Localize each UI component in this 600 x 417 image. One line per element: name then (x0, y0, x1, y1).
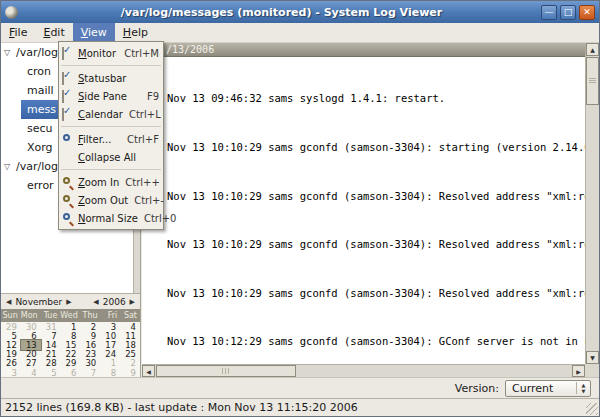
version-value: Current (506, 382, 576, 395)
prev-year-button[interactable]: ◀ (91, 298, 100, 306)
window-titlebar[interactable]: /var/log/messages (monitored) - System L… (1, 1, 599, 23)
menu-file[interactable]: File (1, 23, 35, 42)
expander-icon[interactable]: ▽ (4, 157, 10, 176)
checkbox-checked-icon: ✓ (62, 73, 74, 84)
menu-separator (61, 169, 161, 170)
horizontal-scrollbar-thumb[interactable] (156, 365, 296, 377)
menubar: File Edit View Help (1, 23, 599, 43)
zoom-out-icon (62, 195, 74, 206)
minimize-button[interactable]: — (541, 5, 557, 20)
calendar-year: 2006 (103, 297, 126, 307)
zoom-in-icon (62, 177, 74, 188)
scroll-left-icon[interactable]: ◀ (142, 365, 155, 377)
scroll-right-icon[interactable]: ▶ (572, 365, 585, 377)
combobox-spinner-icon[interactable]: ▲▼ (576, 382, 590, 394)
next-month-button[interactable]: ▶ (64, 298, 73, 306)
scroll-down-icon[interactable]: ▼ (586, 351, 599, 364)
menu-separator (61, 65, 161, 66)
normal-size-icon (62, 213, 74, 224)
calendar-widget: ◀ November ▶ ◀ 2006 ▶ SunMonTueWedThuFri… (1, 293, 140, 377)
menu-edit[interactable]: Edit (35, 23, 72, 42)
log-line[interactable]: Nov 13 10:10:29 sams gconfd (samson-3304… (167, 188, 585, 204)
menuitem-collapse-all[interactable]: Collapse All (59, 148, 163, 166)
menu-separator (61, 126, 161, 127)
log-line[interactable]: Nov 13 10:10:29 sams gconfd (samson-3304… (167, 236, 585, 252)
menu-help[interactable]: Help (115, 23, 156, 42)
scrollbar-corner (585, 364, 599, 377)
calendar-month: November (15, 297, 62, 307)
log-date-header[interactable]: /13/2006 (142, 43, 585, 57)
menuitem-zoom-out[interactable]: Zoom Out Ctrl+- (59, 191, 163, 209)
window-controls: — □ ✕ (541, 5, 595, 20)
log-line[interactable]: Nov 13 10:12:29 sams gconfd (samson-3304… (167, 333, 585, 349)
version-combobox[interactable]: Current ▲▼ (505, 380, 591, 397)
calendar-day-headers: SunMonTueWedThuFriSat (1, 309, 140, 322)
checkbox-checked-icon: ✓ (62, 48, 74, 59)
log-line[interactable]: Nov 13 09:46:32 sams syslogd 1.4.1: rest… (167, 90, 585, 106)
calendar-grid: 29 30 31 1 2 3 4 5 6 7 8 9 10 11 12 13 1 (1, 322, 140, 377)
menu-view[interactable]: View (73, 23, 115, 42)
expander-icon[interactable]: ▽ (4, 43, 10, 62)
close-button[interactable]: ✕ (579, 5, 595, 20)
log-view-pane: /13/2006 Nov 13 09:46:32 sams syslogd 1.… (142, 43, 599, 377)
menuitem-filter[interactable]: Filter... Ctrl+F (59, 130, 163, 148)
menuitem-statusbar[interactable]: ✓ Statusbar (59, 69, 163, 87)
prev-month-button[interactable]: ◀ (4, 298, 13, 306)
version-label: Version: (455, 382, 499, 395)
statusbar-text: 2152 lines (169.8 KB) - last update : Mo… (5, 401, 358, 414)
checkbox-checked-icon: ✓ (62, 91, 74, 102)
app-icon (5, 6, 18, 19)
system-log-viewer-window: /var/log/messages (monitored) - System L… (0, 0, 600, 417)
log-line[interactable]: Nov 13 10:10:29 sams gconfd (samson-3304… (167, 285, 585, 301)
menuitem-normal-size[interactable]: Normal Size Ctrl+0 (59, 209, 163, 227)
menuitem-zoom-in[interactable]: Zoom In Ctrl++ (59, 173, 163, 191)
filter-icon (62, 134, 74, 145)
menuitem-side-pane[interactable]: ✓ Side Pane F9 (59, 87, 163, 105)
menuitem-calendar[interactable]: ✓ Calendar Ctrl+L (59, 105, 163, 123)
vertical-scrollbar-thumb[interactable] (586, 57, 599, 105)
checkbox-checked-icon: ✓ (62, 109, 74, 120)
scroll-up-icon[interactable]: ▲ (586, 43, 599, 56)
version-bar: Version: Current ▲▼ (1, 377, 599, 398)
maximize-button[interactable]: □ (560, 5, 576, 20)
log-line[interactable]: Nov 13 10:10:29 sams gconfd (samson-3304… (167, 139, 585, 155)
next-year-button[interactable]: ▶ (128, 298, 137, 306)
resize-grip[interactable] (586, 403, 598, 415)
statusbar: 2152 lines (169.8 KB) - last update : Mo… (1, 398, 599, 416)
menuitem-monitor[interactable]: ✓ Monitor Ctrl+M (59, 44, 163, 62)
window-title: /var/log/messages (monitored) - System L… (22, 6, 541, 19)
log-lines: Nov 13 09:46:32 sams syslogd 1.4.1: rest… (142, 57, 585, 364)
horizontal-scrollbar[interactable]: ◀ ▶ (142, 364, 585, 377)
calendar-nav: ◀ November ▶ ◀ 2006 ▶ (1, 294, 140, 309)
view-menu-popup: ✓ Monitor Ctrl+M ✓ Statusbar ✓ Side Pane… (58, 41, 164, 230)
vertical-scrollbar[interactable]: ▲ ▼ (585, 43, 599, 364)
